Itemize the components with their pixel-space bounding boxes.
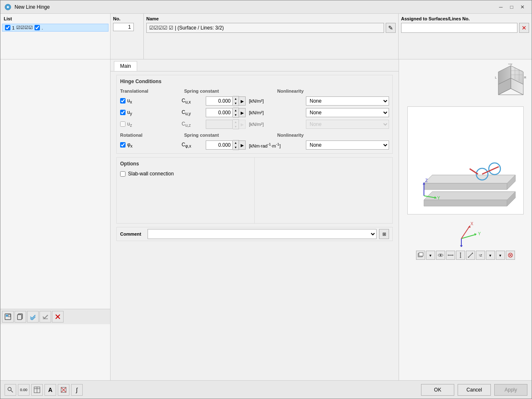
ux-value[interactable]: [206, 96, 233, 106]
svg-marker-48: [460, 245, 463, 247]
phix-value[interactable]: [206, 140, 233, 150]
phix-spin-up[interactable]: ▲: [233, 140, 239, 145]
uz-checkbox[interactable]: [120, 121, 126, 127]
svg-text:R: R: [524, 76, 526, 79]
svg-rect-3: [8, 315, 10, 317]
uz-arrow: ▶: [239, 120, 246, 129]
move-y-button[interactable]: [456, 251, 465, 260]
uy-nonlinearity[interactable]: None: [306, 108, 389, 117]
uy-arrow[interactable]: ▶: [239, 108, 246, 117]
maximize-button[interactable]: □: [507, 3, 517, 11]
ux-nonlinearity[interactable]: None: [306, 96, 389, 106]
left-side: [0, 59, 111, 380]
ux-spin-buttons: ▲ ▼: [233, 96, 239, 106]
title-controls: ─ □ ✕: [496, 3, 527, 11]
uy-value[interactable]: [206, 108, 233, 117]
name-input[interactable]: [146, 23, 384, 33]
cross-tool-button[interactable]: [58, 384, 69, 396]
ux-spin-up[interactable]: ▲: [233, 96, 239, 101]
svg-text:X: X: [470, 222, 473, 226]
app-icon: [5, 4, 11, 10]
uy-checkbox[interactable]: [120, 110, 126, 115]
nonlinearity-label: Nonlinearity: [277, 89, 389, 94]
cube-navigator[interactable]: Top R L: [494, 64, 527, 98]
window-title: New Line Hinge: [15, 4, 50, 10]
name-edit-button[interactable]: ✎: [386, 23, 396, 33]
assigned-input[interactable]: [401, 23, 517, 33]
uy-units: [kN/m²]: [249, 110, 264, 115]
copy-item-button[interactable]: [15, 311, 26, 323]
delete-item-button[interactable]: [52, 311, 64, 323]
ux-coeff-label: Cu,x: [182, 98, 202, 104]
uz-nonlinearity: None: [306, 120, 389, 129]
move-zt-button[interactable]: ↑Z: [476, 251, 485, 260]
uncheck-button[interactable]: [39, 311, 51, 323]
list-item-checkbox[interactable]: [5, 25, 10, 30]
axes-svg: Y X Z: [445, 218, 486, 247]
close-button[interactable]: ✕: [517, 3, 527, 11]
uz-spin-down: ▼: [233, 124, 239, 129]
list-item-checkbox2[interactable]: [34, 25, 40, 30]
uy-spin-down[interactable]: ▼: [233, 113, 239, 117]
list-item[interactable]: 1 ☑☑☑☑ .: [2, 24, 108, 32]
svg-text:Z: Z: [425, 178, 428, 183]
view-toolbar: ▾: [416, 251, 515, 260]
uy-spin-up[interactable]: ▲: [233, 108, 239, 113]
uz-row: uz Cu,z ▲ ▼ ▶ [kN/m²]: [120, 119, 389, 129]
phix-spin-down[interactable]: ▼: [233, 145, 239, 150]
view-dropdown-button[interactable]: ▾: [426, 251, 435, 260]
comment-select[interactable]: [148, 229, 377, 239]
cancel-button[interactable]: Cancel: [458, 384, 491, 396]
formula-tool-button[interactable]: ∫: [71, 384, 83, 396]
search-tool-button[interactable]: [5, 384, 16, 396]
svg-text:Y: Y: [478, 232, 481, 236]
move-z-button[interactable]: [466, 251, 475, 260]
anim-dropdown-button[interactable]: ▾: [486, 251, 495, 260]
ux-spin-down[interactable]: ▼: [233, 101, 239, 106]
svg-marker-55: [453, 254, 453, 256]
3d-view-svg: Z Y: [411, 108, 520, 212]
3d-view[interactable]: Z Y: [407, 106, 524, 214]
comment-edit-button[interactable]: ⊞: [379, 229, 389, 239]
title-bar-left: New Line Hinge: [5, 4, 50, 10]
table-tool-button[interactable]: [31, 384, 43, 396]
new-item-button[interactable]: [2, 311, 14, 323]
view-3d-icon: [418, 252, 424, 258]
minimize-button[interactable]: ─: [496, 3, 506, 11]
uy-spin-buttons: ▲ ▼: [233, 108, 239, 118]
ok-button[interactable]: OK: [421, 384, 454, 396]
list-panel: List 1 ☑☑☑☑ .: [0, 14, 111, 59]
reset-view-button[interactable]: [506, 251, 515, 260]
apply-button[interactable]: Apply: [494, 384, 527, 396]
ux-arrow[interactable]: ▶: [239, 96, 246, 106]
check-all-button[interactable]: [27, 311, 39, 323]
phix-checkbox[interactable]: [120, 142, 126, 148]
ux-row: ux Cu,x ▲ ▼ ▶ [kN/m²]: [120, 96, 389, 106]
uy-spin: ▲ ▼ ▶: [206, 108, 246, 118]
uz-value: [206, 120, 233, 129]
assigned-delete-button[interactable]: ✕: [519, 23, 529, 33]
decimal-tool-button[interactable]: 0.00: [18, 384, 30, 396]
name-row: ✎: [146, 23, 396, 33]
table-icon: [34, 387, 40, 393]
slab-wall-label[interactable]: Slab-wall connection: [120, 171, 251, 177]
spring-constant-label: Spring constant: [184, 89, 276, 94]
view-3d-button[interactable]: [416, 251, 425, 260]
cross-tool-icon: [60, 387, 67, 393]
move-x-button[interactable]: [446, 251, 455, 260]
phix-label: φx: [127, 142, 133, 148]
visibility-button[interactable]: [436, 251, 445, 260]
svg-marker-28: [424, 183, 507, 190]
bottom-right-buttons: OK Cancel Apply: [421, 384, 527, 396]
font-tool-button[interactable]: A: [44, 384, 56, 396]
svg-marker-58: [460, 252, 461, 253]
anim-dropdown2-button[interactable]: ▾: [496, 251, 505, 260]
top-row: List 1 ☑☑☑☑ . No. 1 Name ✎: [0, 14, 532, 59]
slab-wall-checkbox[interactable]: [120, 171, 126, 177]
phix-nonlinearity[interactable]: None: [306, 140, 389, 150]
ux-spin: ▲ ▼ ▶: [206, 96, 246, 106]
rot-nonlinearity-label: Nonlinearity: [277, 133, 389, 138]
phix-arrow[interactable]: ▶: [239, 140, 246, 150]
ux-checkbox[interactable]: [120, 98, 126, 103]
tab-main[interactable]: Main: [114, 61, 137, 71]
